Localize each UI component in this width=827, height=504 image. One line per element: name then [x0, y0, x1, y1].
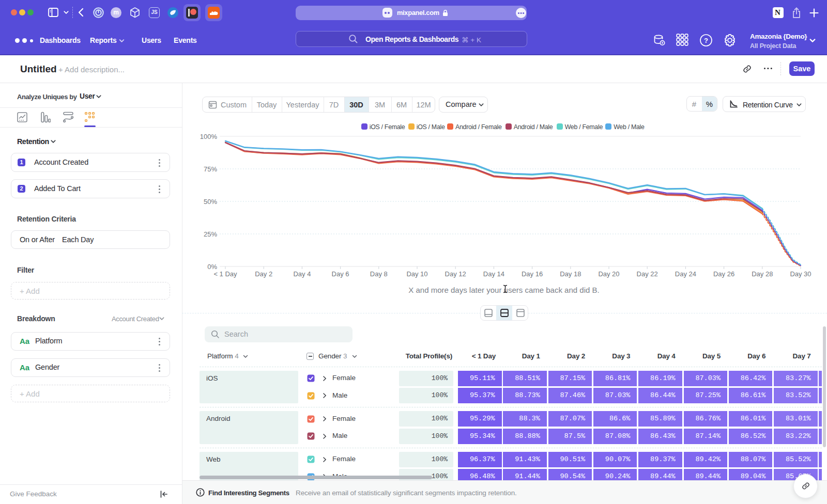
- svg-text:Day 12: Day 12: [445, 270, 466, 278]
- svg-text:Day 4: Day 4: [293, 270, 311, 278]
- svg-text:Day 6: Day 6: [332, 270, 349, 278]
- svg-text:0%: 0%: [207, 263, 217, 271]
- svg-text:Day 16: Day 16: [522, 270, 543, 278]
- svg-text:Day 18: Day 18: [560, 270, 581, 278]
- svg-text:100%: 100%: [200, 133, 218, 140]
- svg-text:Day 10: Day 10: [406, 270, 427, 278]
- svg-text:25%: 25%: [204, 230, 217, 238]
- svg-text:50%: 50%: [204, 198, 217, 206]
- svg-text:Day 2: Day 2: [255, 270, 272, 278]
- svg-text:Day 22: Day 22: [637, 270, 658, 278]
- svg-text:< 1 Day: < 1 Day: [213, 270, 237, 278]
- svg-text:Day 14: Day 14: [483, 270, 504, 278]
- svg-text:?: ?: [704, 37, 708, 44]
- svg-text:Day 28: Day 28: [752, 270, 773, 278]
- svg-text:Day 20: Day 20: [598, 270, 619, 278]
- svg-text:Day 8: Day 8: [370, 270, 388, 278]
- svg-text:75%: 75%: [204, 165, 217, 173]
- svg-text:Day 26: Day 26: [713, 270, 734, 278]
- svg-text:Day 24: Day 24: [675, 270, 696, 278]
- svg-text:Day 30: Day 30: [790, 270, 811, 278]
